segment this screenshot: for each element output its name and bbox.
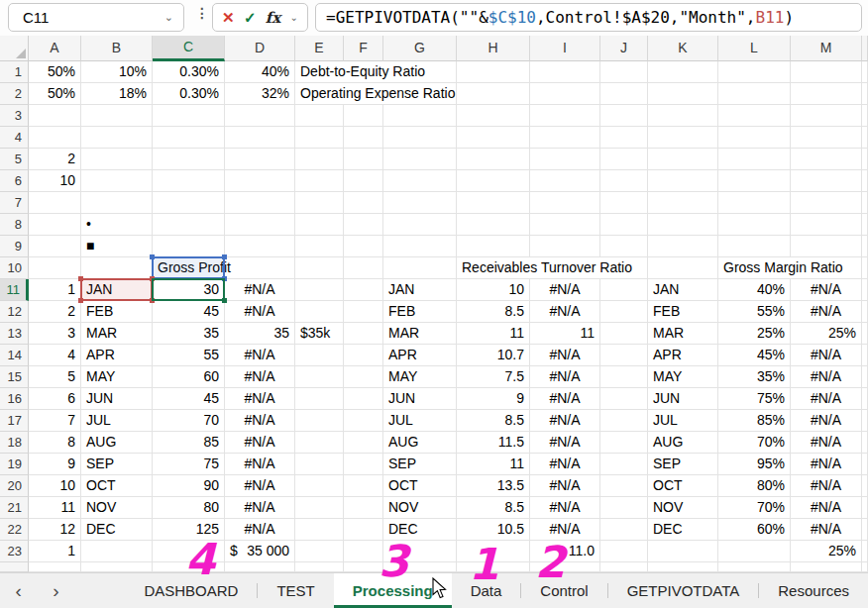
cell-D22[interactable]: #N/A [225,519,295,541]
cell-A15[interactable]: 5 [29,366,81,388]
col-header-D[interactable]: D [225,36,295,61]
cell-A6[interactable]: 10 [29,170,81,192]
name-box[interactable]: C11 ⌄ [8,3,184,32]
cell-L14[interactable]: 45% [718,345,791,366]
cell-K6[interactable] [648,170,718,192]
cell-B3[interactable] [81,105,153,127]
cell-J3[interactable] [600,105,648,127]
cell-K9[interactable] [648,236,718,257]
cell-I2[interactable] [530,83,600,105]
cell-L6[interactable] [718,170,791,192]
cell-E3[interactable] [295,105,344,127]
cell-D6[interactable] [225,170,295,192]
cell-K12[interactable]: FEB [648,301,718,323]
cell-E15[interactable] [295,366,344,388]
cell-F15[interactable] [344,366,383,388]
row-header-17[interactable]: 17 [0,410,29,432]
cell-K4[interactable] [648,127,718,149]
cell-I7[interactable] [530,192,600,214]
cell-C9[interactable] [153,236,225,257]
cell-D12[interactable]: #N/A [225,301,295,323]
cell-E12[interactable] [295,301,344,323]
cell-E22[interactable] [295,519,344,541]
cell-J5[interactable] [600,149,648,170]
cell-B4[interactable] [81,127,153,149]
cell-B21[interactable]: NOV [81,497,153,519]
cell-A14[interactable]: 4 [29,345,81,366]
cell-I18[interactable]: #N/A [530,432,600,454]
cell-B6[interactable] [81,170,153,192]
cell-F9[interactable] [344,236,383,257]
col-header-B[interactable]: B [81,36,153,61]
cell-F8[interactable] [344,214,383,236]
cell-K7[interactable] [648,192,718,214]
cell-G7[interactable] [383,192,457,214]
cell-I15[interactable]: #N/A [530,366,600,388]
row-header-1[interactable]: 1 [0,61,29,83]
cell-B7[interactable] [81,192,153,214]
cell-D20[interactable]: #N/A [225,475,295,497]
row-header-15[interactable]: 15 [0,366,29,388]
cell-H23[interactable] [457,541,530,562]
cell-F4[interactable] [344,127,383,149]
cell-H3[interactable] [457,105,530,127]
row-header-20[interactable]: 20 [0,475,29,497]
cell-B5[interactable] [81,149,153,170]
cell-A17[interactable]: 7 [29,410,81,432]
cell-A5[interactable]: 2 [29,149,81,170]
row-header-22[interactable]: 22 [0,519,29,541]
cell-C6[interactable] [153,170,225,192]
cell-G16[interactable]: JUN [383,388,457,410]
col-header-I[interactable]: I [530,36,600,61]
cell-M21[interactable]: #N/A [791,497,862,519]
cell-K11[interactable]: JAN [648,279,718,301]
cell-H16[interactable]: 9 [457,388,530,410]
cell-H2[interactable] [457,83,530,105]
cell-B10[interactable] [81,257,153,279]
cell-L18[interactable]: 70% [718,432,791,454]
cell-I16[interactable]: #N/A [530,388,600,410]
row-header-8[interactable]: 8 [0,214,29,236]
cell-L12[interactable]: 55% [718,301,791,323]
cell-H22[interactable]: 10.5 [457,519,530,541]
cell-E9[interactable] [295,236,344,257]
cell-K20[interactable]: OCT [648,475,718,497]
cell-I17[interactable]: #N/A [530,410,600,432]
cell-K22[interactable]: DEC [648,519,718,541]
cell-A16[interactable]: 6 [29,388,81,410]
cell-H9[interactable] [457,236,530,257]
cell-I22[interactable]: #N/A [530,519,600,541]
col-header-E[interactable]: E [295,36,344,61]
cell-M13[interactable]: 25% [791,323,862,345]
cell-J7[interactable] [600,192,648,214]
cell-E19[interactable] [295,454,344,475]
cell-H21[interactable]: 8.5 [457,497,530,519]
cell-F3[interactable] [344,105,383,127]
cell-M19[interactable]: #N/A [791,454,862,475]
row-header-6[interactable]: 6 [0,170,29,192]
cell-B12[interactable]: FEB [81,301,153,323]
cell-L16[interactable]: 75% [718,388,791,410]
cell-J13[interactable] [600,323,648,345]
cell-G20[interactable]: OCT [383,475,457,497]
ref-box-handle[interactable] [78,298,83,303]
cell-K19[interactable]: SEP [648,454,718,475]
cell-M17[interactable]: #N/A [791,410,862,432]
cell-D3[interactable] [225,105,295,127]
cell-K13[interactable]: MAR [648,323,718,345]
cell-A4[interactable] [29,127,81,149]
cell-E11[interactable] [295,279,344,301]
cell-G15[interactable]: MAY [383,366,457,388]
cell-D13[interactable]: 35 [225,323,295,345]
cell-M6[interactable] [791,170,862,192]
cell-G12[interactable]: FEB [383,301,457,323]
cell-E5[interactable] [295,149,344,170]
cell-C17[interactable]: 70 [153,410,225,432]
cell-J18[interactable] [600,432,648,454]
cell-L8[interactable] [718,214,791,236]
cell-M2[interactable] [791,83,862,105]
sheet-tab-test[interactable]: TEST [258,573,333,608]
cell-E6[interactable] [295,170,344,192]
cell-A7[interactable] [29,192,81,214]
cell-D23[interactable]: $35 000 [225,541,295,562]
